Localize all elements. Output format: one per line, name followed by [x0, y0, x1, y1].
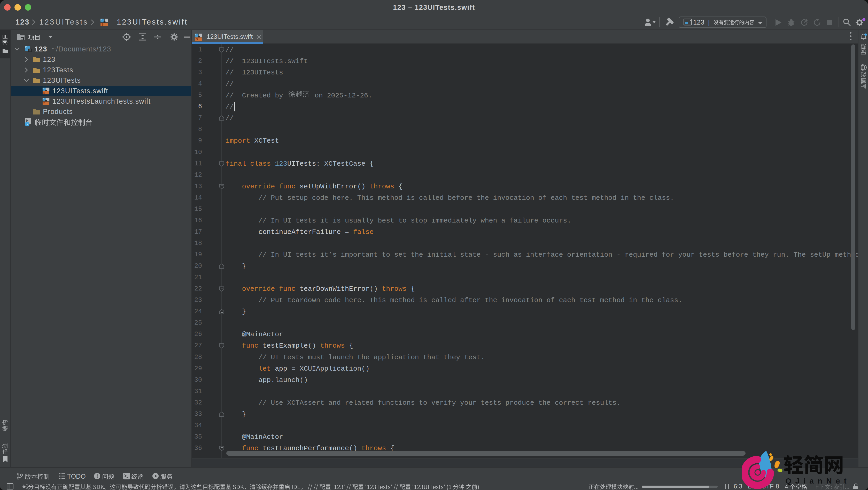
svg-text:S: S: [43, 101, 45, 105]
svg-text:S: S: [101, 23, 103, 26]
svg-text:S: S: [43, 91, 45, 94]
svg-text:S: S: [196, 37, 198, 41]
